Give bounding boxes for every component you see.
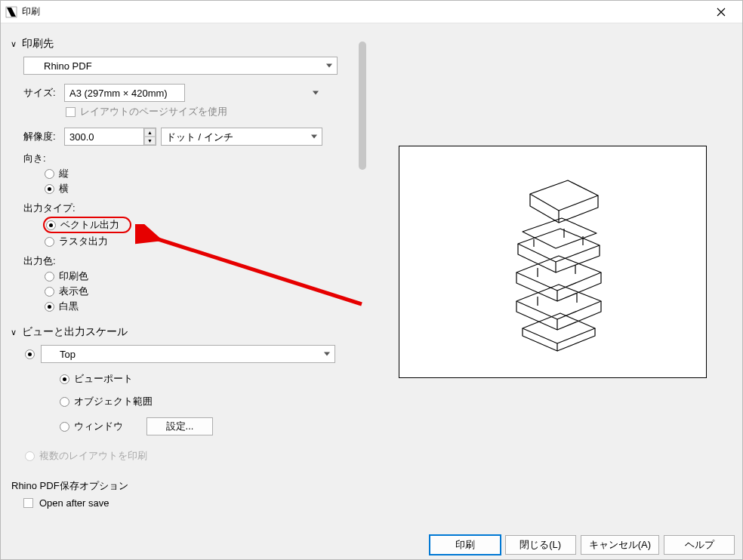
size-label: サイズ: bbox=[23, 86, 64, 100]
view-extents-radio[interactable] bbox=[60, 397, 69, 407]
resolution-unit-select[interactable]: ドット / インチ bbox=[161, 128, 322, 146]
help-button[interactable]: ヘルプ bbox=[664, 535, 735, 555]
save-options-label: Rhino PDF保存オプション bbox=[11, 479, 365, 493]
output-type-label: 出力タイプ: bbox=[23, 202, 365, 215]
close-icon bbox=[717, 8, 726, 17]
output-display-color-radio[interactable] bbox=[45, 287, 54, 297]
chevron-down-icon: ∨ bbox=[8, 328, 19, 337]
orientation-landscape-radio[interactable] bbox=[45, 184, 54, 194]
set-window-button[interactable]: 設定... bbox=[146, 417, 213, 435]
use-layout-page-size-checkbox[interactable] bbox=[66, 107, 76, 117]
scrollbar-thumb[interactable] bbox=[359, 42, 366, 170]
resolution-input[interactable] bbox=[64, 128, 156, 146]
orientation-portrait-label: 縦 bbox=[59, 167, 69, 180]
output-vector-label: ベクトル出力 bbox=[60, 218, 119, 232]
resolution-spinner[interactable]: ▲▼ bbox=[64, 128, 156, 146]
open-after-save-label: Open after save bbox=[39, 497, 109, 509]
output-vector-radio[interactable] bbox=[46, 220, 56, 230]
view-top-radio[interactable] bbox=[25, 349, 35, 359]
dialog-title: 印刷 bbox=[22, 5, 706, 18]
orientation-portrait-radio[interactable] bbox=[45, 169, 54, 179]
section-destination[interactable]: ∨ 印刷先 bbox=[8, 37, 365, 51]
printer-select[interactable]: Rhino PDF bbox=[23, 57, 338, 75]
output-bw-label: 白黒 bbox=[59, 300, 79, 313]
output-print-color-label: 印刷色 bbox=[59, 269, 88, 283]
multi-layout-radio bbox=[25, 451, 35, 461]
printer-dropdown[interactable]: Rhino PDF bbox=[23, 57, 338, 75]
orientation-landscape-label: 横 bbox=[59, 182, 69, 195]
close-button[interactable] bbox=[706, 2, 736, 23]
resolution-label: 解像度: bbox=[23, 130, 64, 143]
size-select[interactable]: A3 (297mm × 420mm) bbox=[64, 84, 324, 102]
section-view-label: ビューと出力スケール bbox=[22, 325, 128, 339]
view-viewport-radio[interactable] bbox=[60, 374, 69, 384]
output-raster-radio[interactable] bbox=[45, 237, 54, 247]
view-window-label: ウィンドウ bbox=[74, 420, 142, 433]
resolution-unit-dropdown[interactable]: ドット / インチ bbox=[161, 128, 322, 146]
size-dropdown[interactable]: A3 (297mm × 420mm) bbox=[64, 84, 185, 102]
view-viewport-label: ビューポート bbox=[74, 372, 133, 386]
section-view[interactable]: ∨ ビューと出力スケール bbox=[8, 325, 365, 339]
output-print-color-radio[interactable] bbox=[45, 272, 54, 282]
multi-layout-label: 複数のレイアウトを印刷 bbox=[39, 449, 147, 463]
output-bw-radio[interactable] bbox=[45, 302, 54, 312]
spin-up-button[interactable]: ▲ bbox=[144, 128, 156, 137]
output-display-color-label: 表示色 bbox=[59, 285, 88, 298]
view-select[interactable]: Top bbox=[41, 345, 335, 363]
open-after-save-checkbox[interactable] bbox=[23, 498, 33, 508]
use-layout-page-size-label: レイアウトのページサイズを使用 bbox=[80, 105, 227, 118]
output-color-label: 出力色: bbox=[23, 254, 365, 268]
view-window-radio[interactable] bbox=[60, 422, 69, 432]
view-dropdown[interactable]: Top bbox=[41, 345, 335, 363]
app-icon bbox=[5, 6, 17, 18]
preview-drawing bbox=[492, 164, 613, 360]
highlight-vector: ベクトル出力 bbox=[43, 217, 131, 233]
close-dialog-button[interactable]: 閉じる(L) bbox=[505, 535, 576, 555]
section-destination-label: 印刷先 bbox=[22, 37, 54, 51]
output-raster-label: ラスタ出力 bbox=[59, 235, 108, 248]
spin-down-button[interactable]: ▼ bbox=[144, 137, 156, 145]
orientation-label: 向き: bbox=[23, 152, 365, 165]
cancel-button[interactable]: キャンセル(A) bbox=[581, 535, 659, 555]
chevron-down-icon: ∨ bbox=[8, 39, 19, 49]
print-preview bbox=[399, 146, 707, 378]
view-extents-label: オブジェクト範囲 bbox=[74, 395, 153, 408]
print-button[interactable]: 印刷 bbox=[430, 535, 501, 555]
